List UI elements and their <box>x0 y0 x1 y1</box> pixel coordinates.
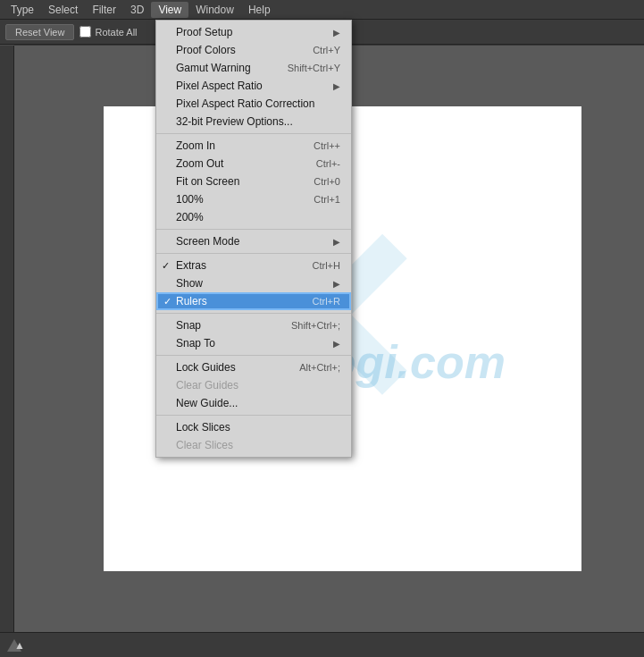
check-icon: ✓ <box>162 260 170 272</box>
menu-item-lock-guides[interactable]: Lock Guides Alt+Ctrl+; <box>156 358 351 376</box>
shortcut-label: Ctrl+1 <box>314 194 340 205</box>
menu-item-label: Lock Slices <box>176 421 230 434</box>
menu-item-fit-screen[interactable]: Fit on Screen Ctrl+0 <box>156 173 351 190</box>
separator-4 <box>156 313 351 314</box>
menu-item-screen-mode[interactable]: Screen Mode ▶ <box>156 232 351 250</box>
menu-item-pixel-aspect-ratio-correction[interactable]: Pixel Aspect Ratio Correction <box>156 95 351 113</box>
menu-item-label: Rulers <box>176 295 207 307</box>
menu-item-label: 32-bit Preview Options... <box>176 115 293 128</box>
menu-item-32bit-preview[interactable]: 32-bit Preview Options... <box>156 113 351 131</box>
menu-item-zoom-in[interactable]: Zoom In Ctrl++ <box>156 137 351 155</box>
menu-item-gamut-warning[interactable]: Gamut Warning Shift+Ctrl+Y <box>156 59 351 77</box>
menu-item-label: New Guide... <box>176 397 238 409</box>
check-icon: ✓ <box>163 296 171 307</box>
menu-item-label: 100% <box>176 193 204 206</box>
arrow-icon: ▶ <box>333 237 340 247</box>
separator-6 <box>156 415 351 416</box>
menu-item-snap[interactable]: Snap Shift+Ctrl+; <box>156 316 351 334</box>
menu-item-label: 200% <box>176 211 204 223</box>
menu-item-label: Proof Colors <box>176 44 236 56</box>
dropdown-overlay: Proof Setup ▶ Proof Colors Ctrl+Y Gamut … <box>0 0 644 657</box>
arrow-icon: ▶ <box>333 81 340 91</box>
menu-item-show[interactable]: Show ▶ <box>156 274 351 292</box>
shortcut-label: Alt+Ctrl+; <box>299 362 340 373</box>
shortcut-label: Ctrl+0 <box>314 176 340 187</box>
arrow-icon: ▶ <box>333 339 340 349</box>
menu-item-label: Zoom Out <box>176 157 223 170</box>
view-dropdown-menu: Proof Setup ▶ Proof Colors Ctrl+Y Gamut … <box>155 20 352 458</box>
separator-1 <box>156 133 351 134</box>
menu-item-label: Clear Slices <box>176 439 233 451</box>
separator-3 <box>156 253 351 254</box>
menu-item-label: Pixel Aspect Ratio <box>176 80 263 92</box>
shortcut-label: Ctrl+H <box>313 260 340 271</box>
menu-item-100pct[interactable]: 100% Ctrl+1 <box>156 190 351 208</box>
menu-item-label: Gamut Warning <box>176 62 251 74</box>
shortcut-label: Shift+Ctrl+; <box>291 320 340 331</box>
shortcut-label: Ctrl++ <box>314 140 340 151</box>
menu-item-label: Snap <box>176 319 201 332</box>
menu-item-label: Fit on Screen <box>176 175 239 188</box>
menu-item-pixel-aspect-ratio[interactable]: Pixel Aspect Ratio ▶ <box>156 77 351 95</box>
shortcut-label: Ctrl+Y <box>313 45 340 55</box>
shortcut-label: Ctrl+R <box>313 296 340 307</box>
menu-item-label: Clear Guides <box>176 379 238 392</box>
menu-item-label: Extras <box>176 259 206 272</box>
menu-item-200pct[interactable]: 200% <box>156 208 351 226</box>
menu-item-clear-slices[interactable]: Clear Slices <box>156 436 351 454</box>
menu-item-label: Proof Setup <box>176 26 232 38</box>
separator-2 <box>156 229 351 230</box>
menu-item-proof-setup[interactable]: Proof Setup ▶ <box>156 23 351 41</box>
menu-item-label: Show <box>176 277 203 290</box>
menu-item-extras[interactable]: ✓ Extras Ctrl+H <box>156 257 351 274</box>
menu-item-label: Pixel Aspect Ratio Correction <box>176 97 314 110</box>
menu-item-new-guide[interactable]: New Guide... <box>156 394 351 412</box>
menu-item-rulers[interactable]: ✓ Rulers Ctrl+R <box>156 292 351 310</box>
menu-item-label: Zoom In <box>176 139 215 152</box>
menu-item-label: Lock Guides <box>176 361 236 374</box>
menu-item-label: Snap To <box>176 337 215 350</box>
menu-item-label: Screen Mode <box>176 235 239 248</box>
arrow-icon: ▶ <box>333 279 340 289</box>
shortcut-label: Shift+Ctrl+Y <box>288 63 340 73</box>
menu-item-proof-colors[interactable]: Proof Colors Ctrl+Y <box>156 41 351 59</box>
separator-5 <box>156 355 351 356</box>
menu-item-zoom-out[interactable]: Zoom Out Ctrl+- <box>156 155 351 173</box>
menu-item-lock-slices[interactable]: Lock Slices <box>156 418 351 436</box>
arrow-icon: ▶ <box>333 28 340 38</box>
menu-item-clear-guides[interactable]: Clear Guides <box>156 376 351 394</box>
menu-item-snap-to[interactable]: Snap To ▶ <box>156 334 351 352</box>
shortcut-label: Ctrl+- <box>316 158 340 169</box>
